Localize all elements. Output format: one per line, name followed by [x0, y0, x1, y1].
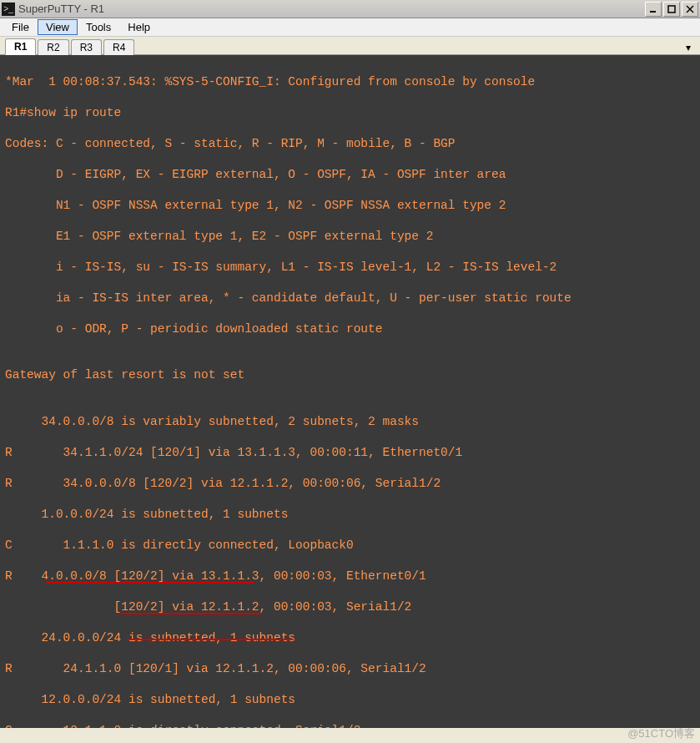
maximize-icon: [667, 5, 676, 13]
menubar: File View Tools Help: [0, 18, 700, 37]
terminal-line: *Mar 1 00:08:37.543: %SYS-5-CONFIG_I: Co…: [5, 74, 697, 90]
watermark: @51CTO博客: [627, 726, 695, 741]
annotation-underline: [46, 582, 254, 584]
annotation-underline: [120, 613, 262, 614]
close-button[interactable]: [682, 2, 698, 17]
terminal-line: Gateway of last resort is not set: [5, 367, 697, 383]
terminal-line: 34.0.0.0/8 is variably subnetted, 2 subn…: [5, 414, 697, 430]
terminal-line: C 1.1.1.0 is directly connected, Loopbac…: [5, 538, 697, 553]
terminal-line: C 12.1.1.0 is directly connected, Serial…: [5, 723, 697, 729]
titlebar: >_ SuperPuTTY - R1: [0, 0, 700, 18]
close-icon: [686, 5, 694, 13]
terminal-line: N1 - OSPF NSSA external type 1, N2 - OSP…: [5, 198, 697, 214]
menu-view[interactable]: View: [38, 19, 78, 35]
terminal-line: 24.0.0.0/24 is subnetted, 1 subnets: [5, 630, 697, 646]
chevron-down-icon: ▾: [686, 42, 691, 53]
terminal-line: R 34.0.0.0/8 [120/2] via 12.1.1.2, 00:00…: [5, 476, 697, 492]
terminal-line: R 24.1.1.0 [120/1] via 12.1.1.2, 00:00:0…: [5, 661, 697, 677]
terminal-line: 12.0.0.0/24 is subnetted, 1 subnets: [5, 692, 697, 708]
window-controls: [645, 2, 698, 17]
terminal-text: 24.0.0.0/24 is subnetted, 1 subnets: [5, 631, 295, 644]
tab-r4[interactable]: R4: [103, 39, 134, 55]
annotation-underline: [127, 639, 294, 640]
tabbar-dropdown[interactable]: ▾: [682, 41, 695, 54]
tab-r3[interactable]: R3: [71, 39, 102, 55]
terminal-text: [120/2] via 12.1.1.2, 00:00:03, Serial1/…: [5, 600, 411, 614]
terminal[interactable]: *Mar 1 00:08:37.543: %SYS-5-CONFIG_I: Co…: [0, 55, 700, 728]
terminal-line: R 34.1.1.0/24 [120/1] via 13.1.1.3, 00:0…: [5, 445, 697, 461]
minimize-button[interactable]: [645, 2, 662, 17]
terminal-line: E1 - OSPF external type 1, E2 - OSPF ext…: [5, 229, 697, 245]
terminal-line: R1#show ip route: [5, 105, 697, 121]
minimize-icon: [649, 5, 657, 13]
window-title: SuperPuTTY - R1: [18, 3, 645, 15]
terminal-text: R 4.0.0.0/8 [120/2] via 13.1.1.3, 00:00:…: [5, 569, 426, 583]
terminal-line: D - EIGRP, EX - EIGRP external, O - OSPF…: [5, 167, 697, 183]
terminal-line: o - ODR, P - periodic downloaded static …: [5, 321, 697, 337]
tab-r2[interactable]: R2: [38, 39, 68, 55]
terminal-line: i - IS-IS, su - IS-IS summary, L1 - IS-I…: [5, 260, 697, 275]
menu-help[interactable]: Help: [119, 19, 159, 35]
terminal-line: ia - IS-IS inter area, * - candidate def…: [5, 291, 697, 306]
tabbar: R1 R2 R3 R4 ▾: [0, 37, 700, 55]
maximize-button[interactable]: [663, 2, 680, 17]
terminal-line: [120/2] via 12.1.1.2, 00:00:03, Serial1/…: [5, 599, 697, 615]
app-icon: >_: [2, 3, 15, 16]
menu-tools[interactable]: Tools: [78, 19, 119, 35]
terminal-line: R 4.0.0.0/8 [120/2] via 13.1.1.3, 00:00:…: [5, 569, 697, 584]
svg-rect-1: [668, 6, 675, 13]
terminal-line: Codes: C - connected, S - static, R - RI…: [5, 136, 697, 152]
tab-r1[interactable]: R1: [5, 38, 36, 55]
terminal-line: 1.0.0.0/24 is subnetted, 1 subnets: [5, 507, 697, 523]
menu-file[interactable]: File: [3, 19, 38, 35]
